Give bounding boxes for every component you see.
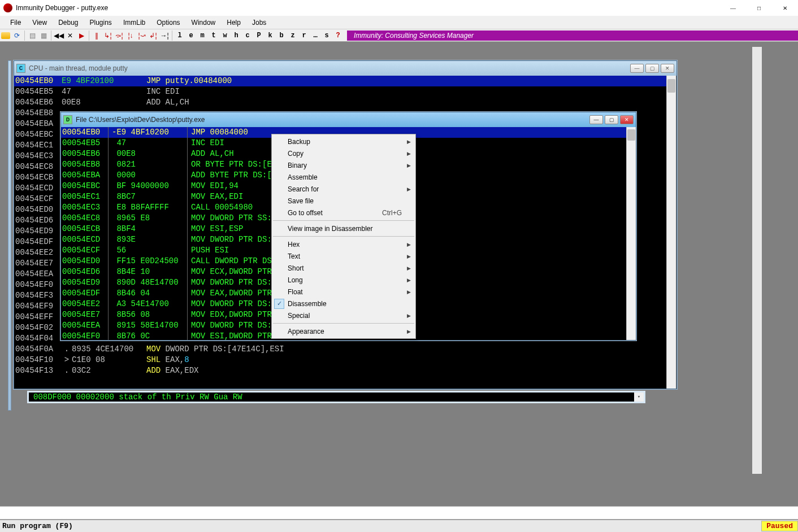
menu-separator [273,220,414,221]
maximize-button[interactable]: □ [746,0,772,16]
menu-plugins[interactable]: Plugins [84,16,118,29]
open-icon[interactable] [1,30,11,41]
submenu-arrow-icon: ▶ [407,186,411,192]
step-over-icon[interactable]: ⤼¦ [114,30,124,41]
menu-options[interactable]: Options [151,16,185,29]
menu-item-disassemble[interactable]: ✓Disassemble [272,298,415,309]
submenu-arrow-icon: ▶ [407,289,411,295]
cpu-window-title: CPU - main thread, module putty [29,64,128,72]
file-window-titlebar[interactable]: D File C:\Users\ExploitDev\Desktop\putty… [61,112,636,127]
pause-icon[interactable]: ‖ [92,30,102,41]
menu-item-float[interactable]: Float▶ [272,286,415,298]
menu-immlib[interactable]: ImmLib [118,16,151,29]
disasm-row[interactable]: 00454F0A.8935 4CE14700MOV DWORD PTR DS:[… [14,344,676,355]
menu-item-appearance[interactable]: Appearance▶ [272,325,415,337]
background-window-edge[interactable] [8,60,11,411]
toolbar-letter-k[interactable]: k [265,30,275,41]
cpu-minimize-button[interactable]: — [630,64,644,73]
context-menu[interactable]: Backup▶Copy▶Binary▶AssembleSearch for▶Sa… [271,134,416,339]
menu-item-save-file[interactable]: Save file [272,195,415,207]
step-into-icon[interactable]: ↳¦ [103,30,113,41]
stop-icon[interactable]: ✕ [65,30,75,41]
app-icon [3,3,12,12]
toolbar-letter-s[interactable]: s [322,30,332,41]
menu-window[interactable]: Window [186,16,222,29]
toolbar-letter-w[interactable]: w [220,30,230,41]
menu-item-copy[interactable]: Copy▶ [272,147,415,159]
run-icon[interactable]: ▶ [76,30,86,41]
toolbar-letter-?[interactable]: ? [333,30,343,41]
disasm-row[interactable]: 00454F10>C1E0 08SHL EAX,8 [14,355,676,365]
file-close-button[interactable]: ✕ [620,115,634,124]
disasm-row[interactable]: 00454EB547INC EDI [14,86,676,97]
submenu-arrow-icon: ▶ [407,139,411,145]
execute-till-return-icon[interactable]: ↲¦ [148,30,158,41]
file-scrollbar[interactable] [626,127,636,340]
menu-item-backup[interactable]: Backup▶ [272,136,415,147]
menu-view[interactable]: View [27,16,53,29]
disasm-row[interactable]: 00454F13.03C2ADD EAX,EDX [14,365,676,376]
submenu-arrow-icon: ▶ [407,329,411,334]
disasm-row[interactable]: 00454EB0E9 4BF20100JMP putty.00484000 [14,76,676,86]
submenu-arrow-icon: ▶ [407,254,411,259]
status-hint: Run program (F9) [2,522,73,530]
cpu-window-titlebar[interactable]: C CPU - main thread, module putty — ▢ ✕ [14,61,676,76]
toolbar-letter-r[interactable]: r [299,30,309,41]
close-button[interactable]: ✕ [772,0,798,16]
menu-item-hex[interactable]: Hex▶ [272,238,415,250]
command-input[interactable] [0,506,798,520]
menubar: File View Debug Plugins ImmLib Options W… [0,16,798,29]
list-icon[interactable]: ▤ [27,30,37,41]
submenu-arrow-icon: ▶ [407,313,411,319]
toolbar-letter-e[interactable]: e [186,30,196,41]
toolbar-letter-c[interactable]: c [242,30,253,41]
toolbar-letter-l[interactable]: l [175,30,185,41]
toolbar-letter-t[interactable]: t [209,30,219,41]
menu-item-special[interactable]: Special▶ [272,309,415,321]
cpu-scrollbar[interactable] [666,76,676,389]
memory-scrollbar-down-icon[interactable]: ▾ [634,391,644,403]
submenu-arrow-icon: ▶ [407,151,411,156]
banner: Immunity: Consulting Services Manager [347,30,798,41]
menu-help[interactable]: Help [221,16,246,29]
toolbar-letter-z[interactable]: z [288,30,298,41]
module-icon[interactable]: ▦ [38,30,49,41]
file-minimize-button[interactable]: — [589,115,603,124]
submenu-arrow-icon: ▶ [407,163,411,168]
disasm-row[interactable]: 00454EB600E8ADD AL,CH [14,97,676,108]
menu-separator [273,236,414,237]
trace-over-icon[interactable]: ¦⤻ [137,30,147,41]
menu-item-binary[interactable]: Binary▶ [272,159,415,171]
memory-map-pane[interactable]: 008DF000 00002000 stack of th Priv RW Gu… [27,391,645,403]
menu-jobs[interactable]: Jobs [246,16,272,29]
window-titlebar: Immunity Debugger - putty.exe — □ ✕ [0,0,798,16]
submenu-arrow-icon: ▶ [407,277,411,283]
goto-address-icon[interactable]: →¦ [159,30,170,41]
cpu-close-button[interactable]: ✕ [661,64,674,73]
toolbar-letter-…[interactable]: … [310,30,320,41]
menu-item-short[interactable]: Short▶ [272,262,415,274]
memory-map-text: 008DF000 00002000 stack of th Priv RW Gu… [33,393,242,402]
menu-item-go-to-offset[interactable]: Go to offsetCtrl+G [272,207,415,219]
menu-item-search-for[interactable]: Search for▶ [272,183,415,195]
file-window-title: File C:\Users\ExploitDev\Desktop\putty.e… [76,116,205,124]
toolbar-letter-h[interactable]: h [231,30,241,41]
minimize-button[interactable]: — [720,0,746,16]
toolbar-letter-b[interactable]: b [276,30,287,41]
workspace-scrollbar[interactable] [752,47,762,474]
toolbar-letter-m[interactable]: m [197,30,207,41]
rewind-icon[interactable]: ◀◀ [54,30,64,41]
file-maximize-button[interactable]: ▢ [605,115,618,124]
menu-item-long[interactable]: Long▶ [272,274,415,286]
restart-icon[interactable]: ⟳ [12,30,22,41]
menu-item-text[interactable]: Text▶ [272,250,415,262]
menu-debug[interactable]: Debug [53,16,84,29]
status-state: Paused [761,521,798,531]
toolbar-letter-P[interactable]: P [254,30,264,41]
menu-file[interactable]: File [5,16,27,29]
menu-item-assemble[interactable]: Assemble [272,171,415,183]
menu-item-view-image-in-disassembler[interactable]: View image in Disassembler [272,223,415,234]
cpu-maximize-button[interactable]: ▢ [645,64,659,73]
trace-into-icon[interactable]: ¦↓ [125,30,136,41]
submenu-arrow-icon: ▶ [407,265,411,271]
